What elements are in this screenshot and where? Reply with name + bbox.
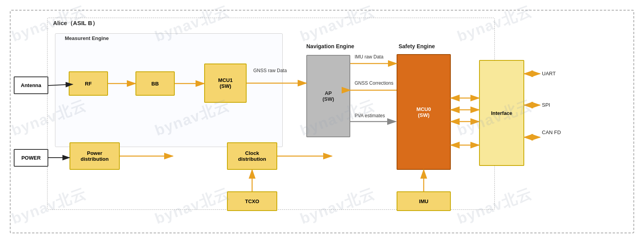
power-box: POWER: [14, 149, 48, 167]
gnss-raw-label: GNSS raw Data: [253, 68, 287, 74]
spi-label: SPI: [542, 102, 550, 108]
rf-box: RF: [69, 71, 108, 96]
gnss-corrections-label: GNSS Corrections: [355, 80, 393, 87]
antenna-box: Antenna: [14, 76, 48, 94]
imu-raw-label: IMU raw Data: [355, 54, 383, 60]
power-distribution-box: Power distribution: [70, 142, 120, 170]
pva-estimates-label: PVA estimates: [355, 113, 385, 119]
navigation-engine-label: Navigation Engine: [306, 43, 354, 49]
safety-engine-label: Safety Engine: [399, 43, 435, 49]
bb-box: BB: [135, 71, 175, 96]
imu-box: IMU: [397, 191, 451, 211]
mcu0-box: MCU0 (SW): [397, 54, 451, 170]
alice-label: Alice（ASIL B）: [53, 20, 98, 27]
uart-label: UART: [542, 71, 556, 76]
tcxo-box: TCXO: [227, 191, 277, 211]
diagram-container: bynav北云 bynav北云 bynav北云 bynav北云 bynav北云 …: [4, 4, 640, 235]
clock-distribution-box: Clock distribution: [227, 142, 277, 170]
interface-box: Interface: [479, 60, 524, 166]
measurement-engine-label: Measurent Engine: [65, 35, 109, 41]
ap-box: AP (SW): [306, 55, 350, 137]
can-fd-label: CAN FD: [542, 129, 561, 135]
mcu1-box: MCU1 (SW): [204, 64, 247, 103]
